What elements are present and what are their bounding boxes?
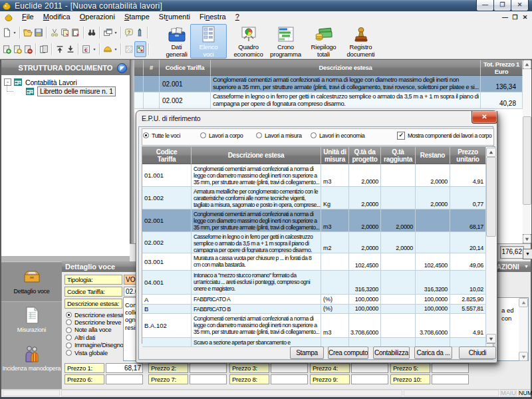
cut-icon[interactable] <box>49 25 60 40</box>
scroll-down-icon[interactable] <box>486 334 496 343</box>
epu-table-row[interactable]: BFABBRICATO B(%)100,0000100,00005.557,81 <box>142 305 486 314</box>
prezzo-value[interactable] <box>432 363 469 373</box>
open-folder-icon[interactable] <box>23 25 33 40</box>
dropdown-arrow-icon[interactable]: ▼ <box>12 25 17 40</box>
table-row[interactable]: 02.001Conglomerati cementizi armati conf… <box>134 76 523 92</box>
tree-item[interactable]: -Contabilità Lavori <box>4 78 77 86</box>
prezzo-value[interactable] <box>106 374 143 384</box>
remove-item-red-icon[interactable] <box>23 42 33 57</box>
carica-da-----button[interactable]: Carica da ... <box>414 346 452 359</box>
cascade-windows-icon[interactable] <box>102 25 113 40</box>
mdi-restore-icon[interactable]: ❐ <box>511 14 519 21</box>
worker-helmet-icon[interactable] <box>102 42 113 57</box>
bigbutton-dati-generali[interactable]: Dati generali <box>159 25 194 58</box>
dropdown-arrow-icon[interactable]: ▼ <box>113 25 118 40</box>
filter-lavori-a-corpo[interactable]: Lavori a corpo <box>200 132 243 139</box>
scroll-down-icon[interactable] <box>523 234 531 243</box>
annotations-collapse-icon[interactable]: ▼ <box>524 264 529 269</box>
menu-finestra[interactable]: Finestra <box>195 11 231 22</box>
radio-note-alla-voce[interactable]: Note alla voce <box>66 327 111 334</box>
stampa-button[interactable]: Stampa <box>290 346 324 359</box>
radio-descrizione-estesa[interactable]: Descrizione estesa <box>66 311 124 319</box>
epu-table-row[interactable]: 02.001Conglomerati cementizi armati conf… <box>142 209 486 232</box>
menu-?[interactable]: ? <box>231 11 244 22</box>
menu-operazioni[interactable]: Operazioni <box>75 11 120 22</box>
bigbutton-registro-documenti[interactable]: Registro documenti <box>343 25 378 58</box>
prezzo-value[interactable]: 68,17 <box>106 363 143 373</box>
total-dropdown-button[interactable]: ▼ <box>523 249 532 259</box>
radio-immagine-disegno[interactable]: Immagine/Disegno <box>66 342 124 349</box>
restore-button[interactable]: ❐ <box>493 0 511 11</box>
scrollbar-thumb[interactable] <box>486 157 496 237</box>
filter-lavori-in-economia[interactable]: Lavori in economia <box>311 132 364 139</box>
filter-tutte-le-voci[interactable]: Tutte le voci <box>143 132 180 139</box>
scrollbar-track[interactable] <box>519 307 528 352</box>
info-column-icon[interactable] <box>134 25 145 40</box>
add-item-yellow-icon[interactable] <box>12 42 23 57</box>
epu-table-row[interactable]: 01.002Armatura metalliche per conglomera… <box>142 187 486 209</box>
menu-file[interactable]: File <box>17 11 39 22</box>
bigbutton-crono-programma[interactable]: Crono programma <box>268 25 303 58</box>
save-icon[interactable] <box>33 25 44 40</box>
scroll-down-icon[interactable] <box>519 352 528 361</box>
epu-table-row[interactable]: 03.001Muratura a cassa vuota per chiusur… <box>142 253 486 271</box>
table-row[interactable]: 02.002Casseforme in legno o in ferro per… <box>134 92 523 109</box>
tab-dettaglio-voce[interactable]: Dettaglio voce <box>1 263 62 302</box>
prezzo-value[interactable] <box>190 363 227 373</box>
horizontal-splitter[interactable] <box>1 256 130 261</box>
prezzo-value[interactable] <box>190 374 227 384</box>
scrollbar-thumb[interactable] <box>523 116 531 205</box>
prezzo-value[interactable] <box>432 374 469 384</box>
close-button[interactable]: ✕ <box>511 0 529 11</box>
chiudi-button[interactable]: Chiudi <box>459 346 496 359</box>
bigbutton-riepilogo-totali[interactable]: Riepilogo totali <box>306 25 341 58</box>
tab-incidenza-manodopera[interactable]: Incidenza manodopera <box>1 340 62 378</box>
copy-pages-icon[interactable] <box>39 42 49 57</box>
contabilizza-button[interactable]: Contabilizza <box>373 346 410 359</box>
dropdown-arrow-icon[interactable]: ▼ <box>113 42 118 57</box>
epu-table-row[interactable]: AFABBRICATO A(%)100,0000100,00002.825,90 <box>142 295 486 305</box>
menu-stampe[interactable]: Stampe <box>120 11 154 22</box>
bigbutton-elenco-voci[interactable]: Elenco voci <box>190 24 227 59</box>
mdi-close-icon[interactable]: ✕ <box>521 14 529 21</box>
minimize-button[interactable]: — <box>476 0 494 11</box>
dialog-close-button[interactable]: ✕ <box>471 111 497 124</box>
scroll-up-icon[interactable] <box>486 148 496 157</box>
move-bottom-icon[interactable] <box>65 42 76 57</box>
prezzo-value[interactable] <box>271 363 308 373</box>
copy-icon[interactable] <box>60 25 70 40</box>
collapse-panel-icon[interactable]: ◤ <box>117 63 127 73</box>
bigbutton-quadro-economico[interactable]: Quadro economico <box>231 25 266 58</box>
add-item-green-icon[interactable] <box>1 42 12 57</box>
epu-table-row[interactable]: 01.001Conglomerati cementizi armati conf… <box>142 164 486 187</box>
help-icon[interactable]: ? <box>124 25 134 40</box>
prezzo-value[interactable] <box>351 363 388 373</box>
mdi-minimize-icon[interactable]: — <box>501 14 509 21</box>
paste-icon[interactable] <box>70 25 81 40</box>
dropdown-arrow-icon[interactable]: ▼ <box>92 42 97 57</box>
price-list-icon[interactable]: € <box>81 42 92 57</box>
scroll-up-icon[interactable] <box>523 60 531 69</box>
crea-computo-button[interactable]: Crea computo <box>328 346 368 359</box>
prezzo-value[interactable] <box>351 374 388 384</box>
find-binoculars-icon[interactable] <box>86 25 97 40</box>
scroll-up-icon[interactable] <box>519 298 528 307</box>
tab-misurazioni[interactable]: Misurazioni <box>1 301 62 340</box>
prezzo-value[interactable] <box>271 374 308 384</box>
colored-view-selected-icon[interactable] <box>134 41 146 57</box>
menu-strumenti[interactable]: Strumenti <box>154 11 195 22</box>
radio-vista-globale[interactable]: Vista globale <box>66 349 108 356</box>
menu-modifica[interactable]: Modifica <box>39 11 75 22</box>
radio-altri-dati[interactable]: Altri dati <box>66 334 95 341</box>
new-document-icon[interactable] <box>1 25 12 40</box>
show-components-checkbox[interactable]: ✓ Mostra componenti dei lavori a corpo <box>397 132 491 140</box>
filter-lavori-a-misura[interactable]: Lavori a misura <box>256 132 302 139</box>
epu-table-row[interactable]: 04.001Intonaco a "mezzo stucco romano" f… <box>142 271 486 295</box>
radio-descrizione-breve[interactable]: Descrizione breve <box>66 319 121 326</box>
epu-table-row[interactable]: B.A.102Conglomerati cementizi armati con… <box>142 314 486 338</box>
epu-table-row[interactable]: 02.002Casseforme in legno o in ferro per… <box>142 232 486 253</box>
tree-item[interactable]: Libretto delle misure n. 1 <box>15 87 116 96</box>
percent-disabled-icon[interactable] <box>124 42 134 57</box>
move-top-icon[interactable] <box>55 42 65 57</box>
epu-table-row[interactable]: Scavo a sezione aperta per sbancamento e <box>142 338 486 347</box>
